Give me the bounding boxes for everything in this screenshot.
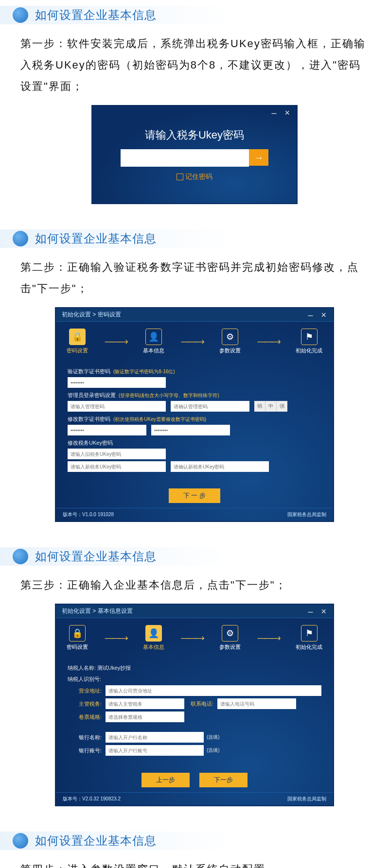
lock-icon: 🔒 <box>69 625 86 642</box>
taxpayer-name: 纳税人名称: 测试Ukey抄报 <box>68 664 321 672</box>
scale-label: 卷票规格: <box>68 713 106 721</box>
ukey-old-password[interactable] <box>68 449 166 459</box>
arrow-icon: ———› <box>181 633 203 643</box>
window-controls[interactable]: – × <box>308 310 329 320</box>
phone-input[interactable] <box>217 698 296 709</box>
breadcrumb: 初始化设置 > 基本信息设置 <box>56 605 333 618</box>
ukey-new-password[interactable] <box>68 461 166 472</box>
section-label: 修改税务UKey密码 <box>68 440 113 446</box>
authority-input[interactable] <box>106 698 184 709</box>
heading-bullet-icon <box>13 231 28 246</box>
wizard-step-params: ⚙参数设置 <box>219 329 241 354</box>
arrow-icon: ———› <box>258 633 279 643</box>
gear-icon: ⚙ <box>222 329 238 345</box>
wizard-step-done: ⚑初始化完成 <box>296 625 322 651</box>
bank-input[interactable] <box>106 732 204 743</box>
hint-text: (登录密码须包含大小写字母、数字和特殊字符) <box>119 393 219 398</box>
wizard-label: 初始化完成 <box>296 643 322 651</box>
next-button[interactable]: 下 一 步 <box>169 488 220 503</box>
section-label: 验证数字证书密码 <box>68 368 110 374</box>
wizard-label: 初始化完成 <box>296 347 322 354</box>
user-icon: 👤 <box>145 329 162 345</box>
wizard-step-password: 🔒密码设置 <box>67 329 88 354</box>
wizard-step-basic: 👤基本信息 <box>143 329 164 354</box>
password-strength: 弱中强 <box>254 401 287 412</box>
footer-credit: 国家税务总局监制 <box>287 796 326 802</box>
wizard-label: 基本信息 <box>143 347 164 354</box>
step1-description: 第一步：软件安装完成后，系统弹出税务UKey密码输入框，正确输入税务UKey的密… <box>0 33 389 97</box>
ukey-password-input[interactable] <box>121 149 249 167</box>
basic-info-dialog: – × 初始化设置 > 基本信息设置 🔒密码设置 ———› 👤基本信息 ———›… <box>55 604 334 806</box>
version-text: 版本号：V2.0.32 190823.2 <box>63 796 121 802</box>
flag-icon: ⚑ <box>301 625 318 642</box>
wizard-label: 密码设置 <box>67 643 88 651</box>
wizard-label: 参数设置 <box>219 347 241 354</box>
prev-button[interactable]: 上一步 <box>141 773 190 787</box>
arrow-icon: ———› <box>181 336 203 347</box>
bank-label: 银行名称: <box>68 734 106 741</box>
submit-arrow-button[interactable]: → <box>249 149 268 166</box>
wizard-step-password: 🔒密码设置 <box>67 625 88 651</box>
section-label: 修改数字证书密码 <box>68 416 110 422</box>
wizard-label: 密码设置 <box>67 347 88 354</box>
cert-new-password[interactable] <box>68 425 146 435</box>
wizard-label: 参数设置 <box>219 643 241 651</box>
dialog-title: 请输入税务Ukey密码 <box>145 128 244 142</box>
footer-credit: 国家税务总局监制 <box>287 511 326 518</box>
hint-text: (验证数字证书密码为8-16位) <box>113 369 175 374</box>
step2-description: 第二步：正确输入验证税务数字证书密码并完成初始密码修改，点击"下一步"； <box>0 257 389 299</box>
heading-title: 如何设置企业基本信息 <box>35 833 157 849</box>
arrow-icon: ———› <box>105 336 126 347</box>
heading-title: 如何设置企业基本信息 <box>35 549 157 564</box>
optional-suffix: (选填) <box>207 734 220 741</box>
heading-bullet-icon <box>13 833 28 849</box>
optional-suffix: (选填) <box>207 747 220 754</box>
window-controls[interactable]: – × <box>308 607 329 617</box>
password-setup-dialog: – × 初始化设置 > 密码设置 🔒密码设置 ———› 👤基本信息 ———› ⚙… <box>55 307 334 522</box>
section-heading: 如何设置企业基本信息 <box>0 6 389 24</box>
arrow-icon: ———› <box>105 633 126 643</box>
account-input[interactable] <box>106 745 204 756</box>
taxpayer-id-label: 纳税人识别号: <box>68 676 321 683</box>
section-heading: 如何设置企业基本信息 <box>0 229 389 248</box>
heading-title: 如何设置企业基本信息 <box>35 231 157 246</box>
cert-password-input[interactable] <box>68 377 166 388</box>
admin-password-input[interactable] <box>68 401 166 412</box>
lock-icon: 🔒 <box>69 329 86 345</box>
ukey-new-password-confirm[interactable] <box>171 461 269 472</box>
hint-text: (初次使用税务UKey需要修改数字证书密码) <box>113 417 206 422</box>
wizard-steps: 🔒密码设置 ———› 👤基本信息 ———› ⚙参数设置 ———› ⚑初始化完成 <box>56 618 333 658</box>
remember-password-checkbox[interactable]: 记住密码 <box>177 173 212 181</box>
heading-bullet-icon <box>13 7 28 23</box>
admin-password-confirm[interactable] <box>171 401 249 412</box>
cert-new-password-confirm[interactable] <box>151 425 230 435</box>
scale-select[interactable] <box>106 712 184 722</box>
wizard-label: 基本信息 <box>143 643 164 651</box>
next-button[interactable]: 下一步 <box>199 773 248 787</box>
wizard-step-basic: 👤基本信息 <box>143 625 164 651</box>
addr-label: 营业地址: <box>68 687 106 694</box>
arrow-icon: ———› <box>258 336 279 347</box>
flag-icon: ⚑ <box>301 329 318 345</box>
user-icon: 👤 <box>145 625 162 642</box>
step4-description: 第四步：进入参数设置窗口，默认系统自动配置 <box>0 859 389 868</box>
wizard-step-params: ⚙参数设置 <box>219 625 241 651</box>
heading-bullet-icon <box>13 549 28 564</box>
section-heading: 如何设置企业基本信息 <box>0 547 389 566</box>
account-label: 银行账号: <box>68 747 106 754</box>
phone-label: 联系电话: <box>184 700 217 708</box>
section-heading: 如何设置企业基本信息 <box>0 832 389 850</box>
version-text: 版本号：V1.0.0 191028 <box>63 511 114 518</box>
breadcrumb: 初始化设置 > 密码设置 <box>56 308 333 322</box>
heading-title: 如何设置企业基本信息 <box>35 7 157 23</box>
section-label: 管理员登录密码设置 <box>68 392 116 398</box>
gear-icon: ⚙ <box>222 625 238 642</box>
wizard-step-done: ⚑初始化完成 <box>296 329 322 354</box>
wizard-steps: 🔒密码设置 ———› 👤基本信息 ———› ⚙参数设置 ———› ⚑初始化完成 <box>56 322 333 361</box>
remember-label: 记住密码 <box>185 173 212 180</box>
ukey-password-dialog: – × 请输入税务Ukey密码 → 记住密码 <box>91 105 298 204</box>
address-input[interactable] <box>106 685 321 696</box>
checkbox-icon[interactable] <box>177 174 183 180</box>
authority-label: 主管税务: <box>68 700 106 708</box>
window-controls[interactable]: – × <box>271 108 293 118</box>
